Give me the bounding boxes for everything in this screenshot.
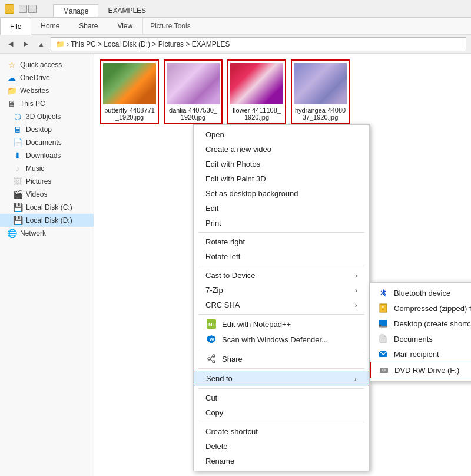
svg-rect-19 <box>379 325 381 326</box>
ctx-rotate-right[interactable]: Rotate right <box>194 234 369 249</box>
picture-tools-label: Picture Tools <box>142 18 197 34</box>
up-button[interactable]: ▲ <box>35 38 47 50</box>
file-thumbnail <box>167 63 220 104</box>
ctx-separator-6 <box>198 388 364 389</box>
ctx-copy[interactable]: Copy <box>194 405 369 420</box>
submenu-arrow: › <box>355 271 357 280</box>
ctx-share[interactable]: Share <box>194 351 369 366</box>
sidebar-item-downloads[interactable]: ⬇ Downloads <box>0 149 94 162</box>
ctx-separator-3 <box>198 314 364 315</box>
sub-documents[interactable]: Documents <box>370 331 471 346</box>
manage-tab[interactable]: Manage <box>53 4 98 17</box>
tab-file[interactable]: File <box>0 18 31 35</box>
sub-dvd-drive[interactable]: DVD RW Drive (F:) <box>370 362 471 378</box>
maximize-icon[interactable] <box>28 5 37 13</box>
star-icon: ☆ <box>7 60 16 70</box>
ctx-delete[interactable]: Delete <box>194 439 369 454</box>
sidebar-item-pictures[interactable]: 🖼 Pictures <box>0 175 94 188</box>
send-to-submenu: Bluetooth device Compressed (zipped) fol… <box>370 282 471 381</box>
ctx-open[interactable]: Open <box>194 127 369 142</box>
submenu-arrow: › <box>354 374 357 383</box>
forward-button[interactable]: ▶ <box>20 38 32 50</box>
notepad-icon: N ++ <box>205 319 217 329</box>
download-icon: ⬇ <box>13 151 22 160</box>
ctx-edit-notepad[interactable]: N ++ Edit with Notepad++ <box>194 316 369 332</box>
tab-view[interactable]: View <box>108 18 142 34</box>
sub-desktop-shortcut[interactable]: Desktop (create shortcut) <box>370 316 471 331</box>
sidebar-item-local-disk-d[interactable]: 💾 Local Disk (D:) <box>0 214 94 227</box>
tab-share[interactable]: Share <box>69 18 108 34</box>
ctx-send-to[interactable]: Send to › <box>194 371 369 386</box>
thumbnail-image <box>167 63 220 104</box>
ctx-cast-device[interactable]: Cast to Device › <box>194 268 369 283</box>
address-path[interactable]: 📁 › This PC > Local Disk (D:) > Pictures… <box>51 37 466 51</box>
svg-rect-12 <box>380 304 387 312</box>
videos-icon: 🎬 <box>13 190 22 199</box>
file-item-hydrangea[interactable]: hydrangea-4408037_1920.jpg <box>291 60 350 124</box>
sidebar-item-network[interactable]: 🌐 Network <box>0 227 94 240</box>
ctx-edit[interactable]: Edit <box>194 201 369 216</box>
back-button[interactable]: ◀ <box>5 38 16 50</box>
ctx-scan-defender[interactable]: W Scan with Windows Defender... <box>194 332 369 347</box>
ctx-cut[interactable]: Cut <box>194 391 369 405</box>
sidebar-item-3d-objects[interactable]: ⬡ 3D Objects <box>0 110 94 123</box>
main-layout: ☆ Quick access ☁ OneDrive 📁 Websites 🖥 T… <box>0 54 471 476</box>
app-icon <box>5 4 14 14</box>
thumbnail-image <box>294 63 347 104</box>
address-bar: ◀ ▶ ▲ 📁 › This PC > Local Disk (D:) > Pi… <box>0 35 471 54</box>
pictures-icon: 🖼 <box>13 177 22 186</box>
minimize-icon[interactable] <box>19 5 27 13</box>
file-item-dahlia[interactable]: dahlia-4407530_1920.jpg <box>164 60 223 124</box>
ctx-crc-sha[interactable]: CRC SHA › <box>194 298 369 312</box>
ctx-separator-4 <box>198 349 364 349</box>
sidebar-item-videos[interactable]: 🎬 Videos <box>0 188 94 201</box>
desktop-shortcut-icon <box>377 319 389 328</box>
sidebar-item-music[interactable]: ♪ Music <box>0 162 94 175</box>
network-icon: 🌐 <box>7 229 16 238</box>
ctx-edit-paint3d[interactable]: Edit with Paint 3D <box>194 171 369 186</box>
submenu-arrow: › <box>355 286 357 295</box>
folder-icon: 📁 <box>7 86 16 95</box>
bluetooth-icon <box>377 288 389 298</box>
ctx-7zip[interactable]: 7-Zip › <box>194 283 369 298</box>
sidebar-item-this-pc[interactable]: 🖥 This PC <box>0 97 94 110</box>
tab-home[interactable]: Home <box>31 18 69 34</box>
title-bar-left <box>0 0 41 17</box>
ribbon: File Home Share View Picture Tools <box>0 18 471 35</box>
ctx-rename[interactable]: Rename <box>194 454 369 468</box>
file-thumbnail <box>294 63 347 104</box>
sidebar-item-websites[interactable]: 📁 Websites <box>0 84 94 97</box>
mail-icon <box>377 349 389 359</box>
sub-zip-folder[interactable]: Compressed (zipped) folder <box>370 300 471 316</box>
ctx-create-shortcut[interactable]: Create shortcut <box>194 424 369 439</box>
sidebar-item-desktop[interactable]: 🖥 Desktop <box>0 123 94 136</box>
documents-folder-icon <box>377 334 389 343</box>
monitor-icon: 🖥 <box>7 99 16 108</box>
sidebar-item-local-disk-c[interactable]: 💾 Local Disk (C:) <box>0 201 94 214</box>
ctx-create-video[interactable]: Create a new video <box>194 142 369 157</box>
documents-icon: 📄 <box>13 138 22 147</box>
thumbnail-image <box>103 63 156 104</box>
svg-point-6 <box>208 358 210 360</box>
submenu-arrow: › <box>355 300 357 309</box>
sidebar-item-documents[interactable]: 📄 Documents <box>0 136 94 149</box>
svg-rect-18 <box>379 326 387 328</box>
disk-c-icon: 💾 <box>13 203 22 212</box>
svg-point-5 <box>213 355 215 357</box>
3d-icon: ⬡ <box>13 112 22 121</box>
file-item-flower[interactable]: flower-4411108_1920.jpg <box>227 60 286 124</box>
ctx-edit-photos[interactable]: Edit with Photos <box>194 157 369 171</box>
ctx-print[interactable]: Print <box>194 216 369 230</box>
file-name: hydrangea-4408037_1920.jpg <box>294 107 346 121</box>
sidebar-item-quick-access[interactable]: ☆ Quick access <box>0 58 94 71</box>
sub-mail-recipient[interactable]: Mail recipient <box>370 346 471 362</box>
ctx-set-desktop-bg[interactable]: Set as desktop background <box>194 186 369 201</box>
sub-bluetooth[interactable]: Bluetooth device <box>370 285 471 300</box>
examples-tab: EXAMPLES <box>98 4 155 17</box>
ctx-rotate-left[interactable]: Rotate left <box>194 249 369 264</box>
svg-line-8 <box>210 356 213 358</box>
sidebar-item-onedrive[interactable]: ☁ OneDrive <box>0 71 94 84</box>
svg-rect-13 <box>382 304 384 305</box>
file-item-butterfly[interactable]: butterfly-4408771_1920.jpg <box>100 60 159 124</box>
svg-text:W: W <box>210 337 214 342</box>
